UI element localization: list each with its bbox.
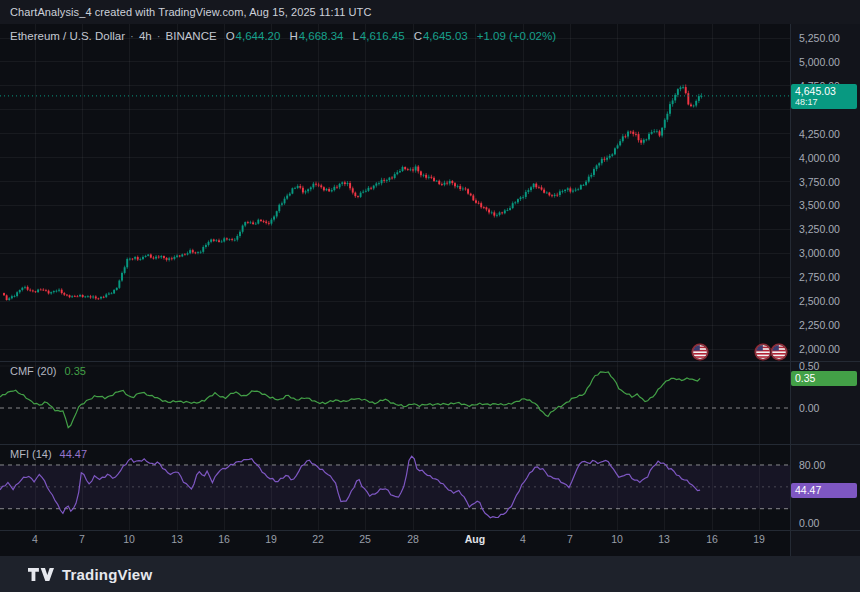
mfi-axis-label: 80.00 <box>799 459 825 471</box>
time-axis-label: 7 <box>567 533 573 545</box>
last-price-value: 4,645.03 <box>795 85 853 98</box>
mfi-value-badge: 44.47 <box>791 483 857 498</box>
price-axis-label: 2,250.00 <box>799 319 840 331</box>
time-axis-label: 7 <box>79 533 85 545</box>
price-axis-label: 2,000.00 <box>799 343 840 355</box>
mfi-axis-label: 0.00 <box>799 517 819 529</box>
header-title: ChartAnalysis_4 created with TradingView… <box>10 6 371 18</box>
cmf-name[interactable]: CMF (20) <box>10 365 56 377</box>
cmf-axis-label: 0.00 <box>799 402 819 414</box>
bar-countdown: 48:17 <box>795 97 853 108</box>
open-value: 4,644.20 <box>236 30 281 42</box>
mfi-indicator-legend[interactable]: MFI (14) 44.47 <box>10 447 87 461</box>
low-value: 4,616.45 <box>360 30 405 42</box>
change-value: +1.09 (+0.02%) <box>477 30 556 42</box>
time-axis-label: 28 <box>407 533 419 545</box>
price-axis-label: 5,000.00 <box>799 56 840 68</box>
time-axis-label: 13 <box>171 533 183 545</box>
time-axis-label: 4 <box>520 533 526 545</box>
tradingview-chart-page: ChartAnalysis_4 created with TradingView… <box>0 0 860 592</box>
price-axis-label: 4,000.00 <box>799 152 840 164</box>
cmf-indicator-legend[interactable]: CMF (20) 0.35 <box>10 364 86 378</box>
price-axis-label: 3,750.00 <box>799 176 840 188</box>
open-label: O <box>226 30 235 42</box>
header-bar: ChartAnalysis_4 created with TradingView… <box>0 0 860 25</box>
legend-separator: · <box>157 30 161 42</box>
economic-event-us-flag-icon[interactable] <box>770 343 788 361</box>
time-axis-label: 4 <box>32 533 38 545</box>
time-axis-label: 25 <box>359 533 371 545</box>
time-axis-label: 16 <box>218 533 230 545</box>
economic-event-us-flag-icon[interactable] <box>754 343 772 361</box>
close-label: C <box>414 30 422 42</box>
cmf-value: 0.35 <box>64 365 85 377</box>
last-price-badge: 4,645.03 48:17 <box>791 84 857 109</box>
low-label: L <box>352 30 358 42</box>
price-axis-label: 3,000.00 <box>799 247 840 259</box>
high-value: 4,668.34 <box>299 30 344 42</box>
exchange-name: BINANCE <box>166 30 217 42</box>
mfi-value: 44.47 <box>60 448 88 460</box>
time-axis-label: 22 <box>312 533 324 545</box>
price-axis-label: 2,750.00 <box>799 271 840 283</box>
tradingview-brand[interactable]: TradingView <box>62 566 152 583</box>
mfi-name[interactable]: MFI (14) <box>10 448 52 460</box>
price-axis-label: 3,500.00 <box>799 199 840 211</box>
symbol-name[interactable]: Ethereum / U.S. Dollar <box>10 30 125 42</box>
price-axis-label: 5,250.00 <box>799 32 840 44</box>
chart-canvas[interactable] <box>0 24 860 556</box>
tradingview-logo-icon[interactable] <box>28 567 54 582</box>
time-axis-label: 19 <box>265 533 277 545</box>
time-axis-label: 19 <box>753 533 765 545</box>
high-label: H <box>289 30 297 42</box>
symbol-legend[interactable]: Ethereum / U.S. Dollar · 4h · BINANCE O4… <box>10 29 556 43</box>
footer-bar: TradingView <box>0 556 860 592</box>
cmf-value-badge: 0.35 <box>791 371 857 386</box>
legend-separator: · <box>130 30 134 42</box>
time-axis-label: 13 <box>658 533 670 545</box>
time-axis-label: Aug <box>465 533 485 545</box>
price-axis-label: 3,250.00 <box>799 223 840 235</box>
time-axis-label: 10 <box>123 533 135 545</box>
time-axis-label: 16 <box>706 533 718 545</box>
economic-event-us-flag-icon[interactable] <box>691 343 709 361</box>
timeframe-value[interactable]: 4h <box>139 30 152 42</box>
price-axis-label: 4,250.00 <box>799 128 840 140</box>
chart-area[interactable]: Ethereum / U.S. Dollar · 4h · BINANCE O4… <box>0 24 860 556</box>
close-value: 4,645.03 <box>423 30 468 42</box>
time-axis-label: 10 <box>611 533 623 545</box>
price-axis-label: 2,500.00 <box>799 295 840 307</box>
candlestick-series <box>3 84 702 300</box>
